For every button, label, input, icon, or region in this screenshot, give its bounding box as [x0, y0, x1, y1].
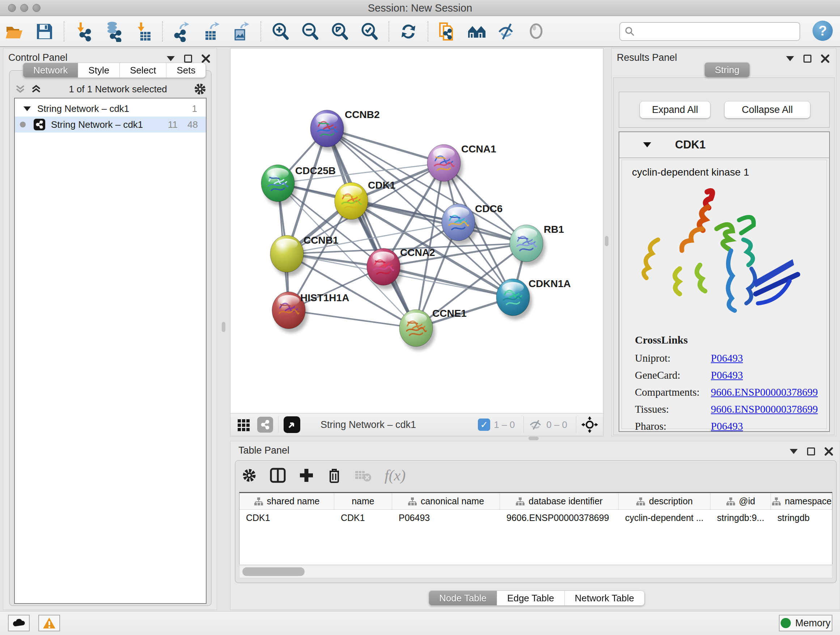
cloud-button[interactable]	[8, 615, 30, 631]
table-cell[interactable]: 9606.ENSP00000378699	[500, 510, 619, 526]
float-panel-icon[interactable]	[807, 448, 815, 455]
table-cell[interactable]: P06493	[392, 510, 500, 526]
search-input[interactable]	[635, 26, 791, 38]
close-panel-icon[interactable]	[821, 54, 829, 63]
float-panel-icon[interactable]	[184, 55, 192, 63]
network-collection-row[interactable]: String Network – cdk1 1	[15, 101, 206, 117]
crosslink-link[interactable]: 9606.ENSP00000378699	[711, 403, 818, 415]
expander-icon[interactable]	[24, 106, 31, 111]
collapse-gene-icon[interactable]	[643, 142, 651, 147]
gear-icon[interactable]	[194, 82, 207, 96]
network-node-CCNB1[interactable]: CCNB1	[270, 234, 338, 276]
tab-style[interactable]: Style	[78, 63, 120, 78]
close-panel-icon[interactable]	[202, 54, 210, 63]
table-cell[interactable]: cyclin-dependent ...	[619, 510, 711, 526]
left-splitter-handle[interactable]	[222, 322, 225, 332]
network-node-HIST1H1A[interactable]: HIST1H1A	[272, 292, 349, 333]
zoom-fit-icon[interactable]	[328, 20, 351, 43]
network-type-icon	[34, 119, 45, 130]
bottom-splitter-handle[interactable]	[529, 437, 538, 440]
tab-string[interactable]: String	[704, 62, 750, 78]
detach-view-icon[interactable]	[284, 416, 300, 433]
table-horizontal-scrollbar[interactable]	[239, 565, 832, 578]
column-header-@id[interactable]: @id	[711, 493, 771, 509]
zoom-in-icon[interactable]	[269, 20, 292, 43]
tab-select[interactable]: Select	[120, 63, 166, 78]
export-table-icon[interactable]	[201, 20, 223, 43]
table-cell[interactable]: CDK1	[334, 510, 392, 526]
import-table-icon[interactable]	[132, 20, 154, 43]
panel-menu-icon[interactable]	[786, 56, 794, 61]
memory-button[interactable]: Memory	[779, 615, 832, 631]
node-label: CDK1	[368, 180, 395, 191]
open-session-icon[interactable]	[4, 20, 26, 43]
select-columns-icon[interactable]	[270, 467, 286, 484]
tab-network[interactable]: Network	[23, 63, 78, 78]
import-network-database-icon[interactable]	[102, 20, 125, 43]
network-row[interactable]: String Network – cdk1 11 48	[15, 117, 206, 133]
delete-column-icon[interactable]	[327, 467, 342, 484]
first-neighbors-icon[interactable]	[466, 20, 488, 43]
tab-node-table[interactable]: Node Table	[429, 591, 497, 606]
network-canvas[interactable]: CCNB2CCNA1CDC25BCDK1CDC6RB1CCNB1CCNA2CDK…	[231, 49, 603, 413]
close-panel-icon[interactable]	[824, 447, 833, 456]
hidden-eye-icon[interactable]	[529, 419, 543, 431]
network-node-CCNA2[interactable]: CCNA2	[367, 247, 435, 289]
network-node-RB1[interactable]: RB1	[510, 224, 564, 266]
crosslink-link[interactable]: P06493	[711, 369, 743, 381]
selected-nodes-checkbox[interactable]: ✓	[478, 418, 490, 431]
column-header-description[interactable]: description	[619, 493, 711, 509]
network-view-type-icon[interactable]	[257, 417, 273, 432]
tab-sets[interactable]: Sets	[166, 63, 206, 78]
network-node-CDKN1A[interactable]: CDKN1A	[496, 278, 571, 320]
table-cell[interactable]: stringdb	[771, 510, 833, 526]
help-icon[interactable]: ?	[813, 21, 833, 41]
refresh-icon[interactable]	[397, 20, 420, 43]
column-header-canonical-name[interactable]: canonical name	[392, 493, 500, 509]
network-row-label: String Network – cdk1	[51, 119, 143, 130]
toolbar-separator	[428, 21, 428, 42]
float-panel-icon[interactable]	[804, 55, 812, 63]
scrollbar-thumb[interactable]	[242, 567, 305, 576]
node-label: CCNE1	[432, 308, 467, 319]
crosslink-link[interactable]: 9606.ENSP00000378699	[711, 386, 818, 398]
export-network-icon[interactable]	[171, 20, 193, 43]
save-session-icon[interactable]	[33, 20, 56, 43]
function-builder-icon[interactable]: f(x)	[385, 467, 406, 484]
collapse-all-icon[interactable]	[14, 84, 27, 95]
panel-menu-icon[interactable]	[167, 56, 175, 61]
table-cell[interactable]: stringdb:9...	[711, 510, 771, 526]
collapse-all-button[interactable]: Collapse All	[724, 101, 810, 119]
grid-view-icon[interactable]	[236, 417, 251, 432]
crosslink-link[interactable]: P06493	[711, 420, 743, 432]
gene-header[interactable]: CDK1	[619, 132, 829, 158]
network-node-CDK1[interactable]: CDK1	[335, 180, 395, 223]
clone-network-icon[interactable]	[436, 20, 459, 43]
table-row[interactable]: CDK1CDK1P064939606.ENSP00000378699cyclin…	[240, 510, 832, 526]
export-image-icon[interactable]	[230, 20, 253, 43]
import-network-icon[interactable]	[73, 20, 95, 43]
panel-menu-icon[interactable]	[790, 449, 798, 454]
right-splitter-handle[interactable]	[605, 236, 608, 246]
delete-table-icon[interactable]	[354, 468, 372, 483]
hide-selected-icon[interactable]	[496, 20, 518, 43]
warnings-button[interactable]	[38, 615, 60, 631]
network-view-title: String Network – cdk1	[321, 419, 416, 431]
network-node-CCNE1[interactable]: CCNE1	[399, 308, 467, 350]
column-header-database-identifier[interactable]: database identifier	[500, 493, 619, 509]
expand-all-icon[interactable]	[30, 84, 42, 95]
table-cell[interactable]: CDK1	[240, 510, 334, 526]
add-column-icon[interactable]	[298, 467, 314, 483]
show-all-icon[interactable]	[525, 20, 548, 43]
column-header-shared-name[interactable]: shared name	[240, 493, 334, 509]
birds-eye-icon[interactable]	[581, 416, 598, 433]
expand-all-button[interactable]: Expand All	[639, 101, 711, 119]
crosslink-link[interactable]: P06493	[711, 352, 743, 364]
tab-network-table[interactable]: Network Table	[565, 591, 645, 606]
column-header-name[interactable]: name	[334, 493, 392, 509]
column-header-namespace[interactable]: namespace	[771, 493, 833, 509]
zoom-selected-icon[interactable]	[358, 20, 381, 43]
zoom-out-icon[interactable]	[299, 20, 321, 43]
tab-edge-table[interactable]: Edge Table	[497, 591, 565, 606]
table-gear-icon[interactable]	[241, 467, 257, 483]
